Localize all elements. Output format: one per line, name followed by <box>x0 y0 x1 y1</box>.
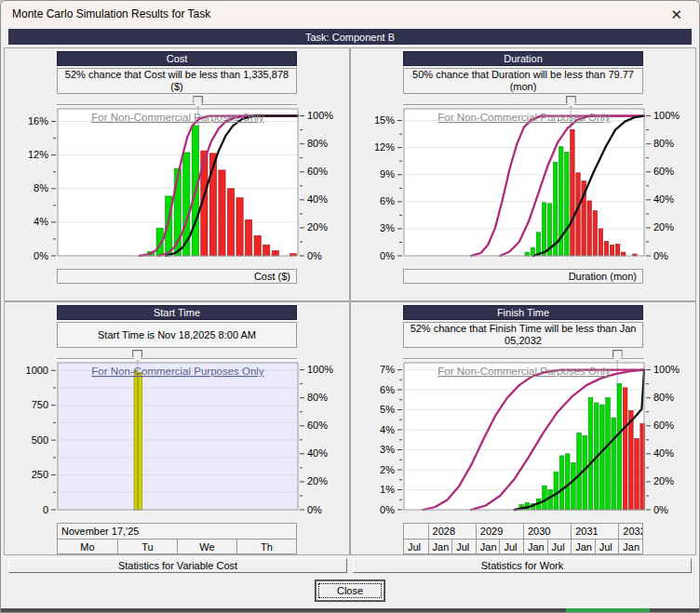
start-time-marker-slider <box>5 350 349 361</box>
above-threshold-bar <box>587 201 591 256</box>
statistics-work-button[interactable]: Statistics for Work <box>353 558 692 573</box>
svg-text:6%: 6% <box>380 384 395 395</box>
above-threshold-bar <box>571 129 574 256</box>
start-time-axis-table: November 17,'25MoTuWeTh <box>57 523 297 554</box>
close-button-row: Close <box>1 573 699 608</box>
start-time-info-text: Start Time is Nov 18,2025 8:00 AM <box>98 329 256 341</box>
cost-axis-label-box: Cost ($) <box>57 269 297 284</box>
svg-text:0%: 0% <box>653 504 668 515</box>
svg-text:3%: 3% <box>380 444 395 455</box>
axis-cell: Jul <box>595 540 619 553</box>
start-histogram-bar <box>139 372 142 510</box>
svg-text:20%: 20% <box>307 221 328 233</box>
start-time-panel-title: Start Time <box>154 307 200 318</box>
slider-track <box>403 104 643 106</box>
below-threshold-bar <box>542 203 545 256</box>
svg-text:100%: 100% <box>653 364 680 375</box>
statistics-variable-cost-button[interactable]: Statistics for Variable Cost <box>8 558 347 573</box>
cost-panel: Cost 52% chance that Cost will be less t… <box>5 48 349 300</box>
watermark-text: For Non-Commercial Purposes Only <box>91 366 264 377</box>
start-time-info-box: Start Time is Nov 18,2025 8:00 AM <box>57 322 297 348</box>
svg-text:20%: 20% <box>307 475 328 486</box>
above-threshold-bar <box>599 229 602 256</box>
below-threshold-bar <box>577 433 582 510</box>
duration-info-box: 50% chance that Duration will be less th… <box>403 68 643 94</box>
above-threshold-bar <box>615 244 619 256</box>
axis-cell: 2029 <box>476 524 523 539</box>
axis-cell: Jul <box>451 540 476 553</box>
svg-text:80%: 80% <box>307 392 328 403</box>
watermark-text: For Non-Commercial Purposes Only <box>438 366 611 377</box>
below-threshold-bar <box>548 490 553 510</box>
axis-cell: Jan <box>476 540 500 553</box>
finish-time-panel-header: Finish Time <box>403 305 643 320</box>
svg-text:1000: 1000 <box>26 365 48 376</box>
watermark-text: For Non-Commercial Purposes Only <box>91 112 264 123</box>
start-time-axis-row-0: November 17,'25 <box>58 524 296 539</box>
svg-text:0%: 0% <box>307 250 322 261</box>
svg-text:100%: 100% <box>307 110 333 121</box>
cost-info-box: 52% chance that Cost will be less than 1… <box>57 68 297 94</box>
below-threshold-bar <box>588 398 593 510</box>
svg-text:40%: 40% <box>307 193 328 205</box>
svg-text:12%: 12% <box>28 149 48 160</box>
cost-chart: 0%4%8%12%16%0%20%40%60%80%100%For Non-Co… <box>6 107 348 267</box>
svg-text:80%: 80% <box>653 392 674 403</box>
below-threshold-bar <box>565 454 570 510</box>
start-time-chart: 025050075010000%20%40%60%80%100%For Non-… <box>6 361 348 521</box>
axis-cell: Jul <box>499 540 523 553</box>
axis-cell: Jan <box>571 540 595 553</box>
marker-thumb[interactable] <box>612 350 623 362</box>
task-header: Task: Component B <box>8 29 692 45</box>
duration-marker-slider <box>351 96 695 107</box>
close-icon[interactable]: ✕ <box>665 6 688 23</box>
svg-text:0%: 0% <box>34 250 48 261</box>
svg-text:9%: 9% <box>380 168 395 180</box>
svg-text:20%: 20% <box>653 221 674 233</box>
axis-cell: November 17,'25 <box>58 524 296 539</box>
svg-text:7%: 7% <box>380 364 395 375</box>
duration-xaxis: Duration (mon) <box>403 269 643 284</box>
svg-text:15%: 15% <box>374 114 395 126</box>
finish-time-panel: Finish Time 52% chance that Finish Time … <box>351 302 695 554</box>
marker-thumb[interactable] <box>566 96 576 108</box>
above-threshold-bar <box>245 220 251 256</box>
task-header-label: Task: Component B <box>305 32 395 43</box>
start-time-axis-row-1: MoTuWeTh <box>58 539 296 553</box>
cost-info-text: 52% chance that Cost will be less than 1… <box>63 69 290 93</box>
below-threshold-bar <box>572 462 576 510</box>
svg-text:4%: 4% <box>34 216 48 227</box>
svg-text:100%: 100% <box>653 110 680 121</box>
cost-panel-title: Cost <box>167 53 188 64</box>
marker-thumb[interactable] <box>132 350 142 362</box>
svg-text:750: 750 <box>32 399 48 410</box>
start-time-panel-header: Start Time <box>57 305 297 320</box>
svg-text:80%: 80% <box>307 138 328 149</box>
axis-cell: Jul <box>547 540 572 553</box>
svg-text:6%: 6% <box>380 195 395 207</box>
axis-cell: Th <box>236 540 296 553</box>
svg-text:40%: 40% <box>653 193 674 205</box>
below-threshold-bar <box>554 472 559 510</box>
above-threshold-bar <box>610 245 613 256</box>
axis-cell: We <box>177 540 236 553</box>
duration-panel-header: Duration <box>403 51 643 66</box>
start-time-xaxis: November 17,'25MoTuWeTh <box>57 523 297 554</box>
slider-track <box>57 358 297 360</box>
close-button[interactable]: Close <box>316 580 384 601</box>
above-threshold-bar <box>254 235 261 256</box>
cost-panel-header: Cost <box>57 51 297 66</box>
below-threshold-bar <box>559 456 564 510</box>
svg-text:60%: 60% <box>307 166 328 177</box>
axis-cell: Jan <box>428 540 452 553</box>
marker-thumb[interactable] <box>193 96 203 108</box>
svg-text:12%: 12% <box>374 141 395 153</box>
svg-text:250: 250 <box>32 469 48 480</box>
below-threshold-bar <box>525 252 529 256</box>
svg-text:500: 500 <box>32 434 48 446</box>
finish-time-xaxis: 20282029203020312032JulJanJulJanJulJanJu… <box>403 523 643 554</box>
svg-text:8%: 8% <box>34 182 48 193</box>
cost-xaxis: Cost ($) <box>57 269 297 284</box>
below-threshold-bar <box>606 398 611 510</box>
below-threshold-bar <box>612 418 616 510</box>
